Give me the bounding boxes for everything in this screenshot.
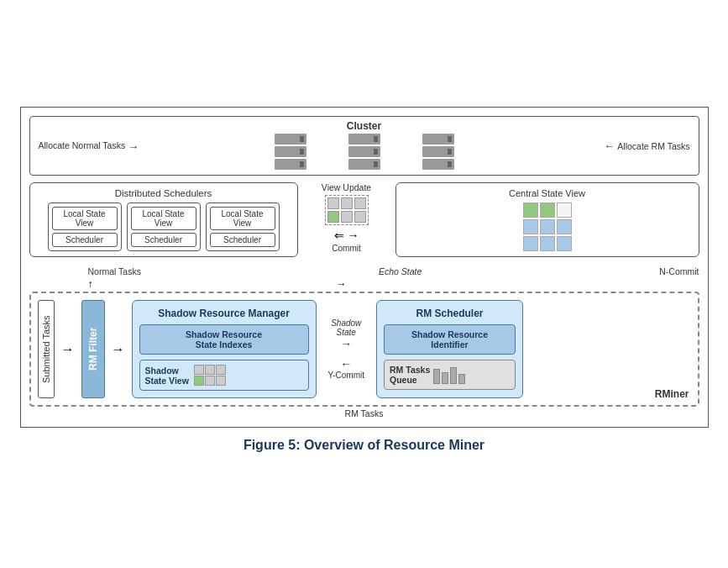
cgrid-cell: [523, 202, 538, 218]
y-commit-label: Y-Commit: [328, 371, 365, 380]
scheduler-2: Scheduler: [131, 233, 196, 247]
srm-title: Shadow Resource Manager: [139, 308, 309, 319]
rminer-label: RMiner: [655, 388, 689, 400]
shadow-state-label2: State: [337, 328, 356, 337]
rmtq-box: RM TasksQueue: [384, 360, 516, 390]
central-state-grid: [523, 202, 572, 251]
scheduler-box-1: Local StateView Scheduler: [48, 202, 122, 251]
queue-bar: [450, 367, 457, 384]
server-group-1: [275, 134, 306, 170]
queue-bar: [442, 372, 448, 384]
ssv-cell: [216, 365, 226, 375]
page-container: Allocate Normal Tasks → Cluster: [0, 98, 728, 470]
shadow-state-label: Shadow: [331, 318, 361, 328]
server-block: [348, 134, 380, 145]
grid-cell-green: [327, 211, 339, 223]
queue-bar: [433, 369, 440, 384]
queue-bars: [433, 366, 465, 384]
server-block: [275, 159, 306, 170]
scheduler-items: Local StateView Scheduler Local StateVie…: [35, 202, 292, 251]
cgrid-cell: [557, 236, 572, 251]
alloc-normal-label: Allocate Normal Tasks →: [39, 139, 139, 152]
figure-caption: Figure 5: Overview of Resource Miner: [17, 438, 711, 453]
ssv-cell: [194, 365, 204, 375]
central-state-box: Central State View: [395, 182, 699, 257]
grid-cell: [354, 211, 366, 223]
ssv-cell: [205, 365, 215, 375]
right-arrow-icon: →: [61, 342, 75, 357]
rmtq-label: RM TasksQueue: [390, 365, 430, 385]
right-arrow: →: [348, 229, 359, 242]
dist-schedulers-label: Distributed Schedulers: [35, 188, 292, 198]
y-commit-arrow: ← Y-Commit: [328, 357, 365, 380]
rm-filter-label: RM Filter: [87, 328, 99, 371]
middle-section: Distributed Schedulers Local StateView S…: [29, 182, 699, 257]
right-arrow-icon2: →: [112, 342, 125, 357]
echo-state-label: Echo State: [379, 266, 422, 276]
server-group-2: [348, 134, 380, 170]
flow-arrows-row: Normal Tasks Echo State N-Commit: [29, 264, 699, 278]
ssv-box: ShadowState View: [139, 360, 309, 391]
rms-box: RM Scheduler Shadow ResourceIdentifier R…: [376, 300, 523, 398]
ssv-cell: [216, 376, 226, 386]
alloc-normal-arrow: →: [128, 139, 139, 152]
middle-arrows-col: Shadow State → ← Y-Commit: [323, 300, 370, 398]
diagram: Allocate Normal Tasks → Cluster: [20, 107, 709, 428]
arrows-wrapper: ⇐ →: [334, 229, 359, 242]
scheduler-box-3: Local StateView Scheduler: [206, 202, 280, 251]
shadow-state-arrow: Shadow State →: [331, 318, 361, 350]
server-block: [422, 134, 454, 145]
server-block: [422, 159, 454, 170]
lsv-1: Local StateView: [52, 207, 118, 230]
cgrid-cell: [557, 202, 572, 218]
left-arrow: ⇐: [334, 229, 344, 242]
server-block: [348, 146, 380, 157]
submitted-tasks-label: Submitted Tasks: [41, 315, 51, 383]
central-state-label: Central State View: [509, 188, 585, 198]
grid-cell: [354, 197, 366, 209]
top-arrows-indicators: ↑ →: [29, 278, 699, 292]
rm-tasks-row: RM Tasks: [29, 407, 699, 418]
n-commit-label: N-Commit: [659, 266, 699, 276]
lsv-2: Local StateView: [131, 207, 196, 230]
grid-cell: [341, 197, 353, 209]
submitted-tasks-box: Submitted Tasks: [38, 300, 55, 398]
server-block: [422, 146, 454, 157]
alloc-rm-label: ← Allocate RM Tasks: [604, 139, 689, 153]
cluster-section: Allocate Normal Tasks → Cluster: [29, 116, 699, 176]
rms-title: RM Scheduler: [384, 308, 516, 319]
scheduler-1: Scheduler: [52, 233, 118, 247]
ssv-cell: [205, 376, 215, 386]
server-block: [275, 134, 306, 145]
scheduler-3: Scheduler: [210, 233, 275, 247]
right-arrow-shadow: →: [340, 337, 352, 350]
commit-label: Commit: [332, 244, 360, 253]
cgrid-cell: [523, 219, 538, 234]
normal-tasks-label: Normal Tasks: [88, 266, 141, 276]
grid-cell: [341, 211, 353, 223]
sri-box: Shadow ResourceIdentifier: [384, 324, 516, 355]
cgrid-cell: [540, 219, 555, 234]
srm-box: Shadow Resource Manager Shadow ResourceS…: [132, 300, 317, 398]
srsi-box: Shadow ResourceState Indexes: [139, 324, 309, 355]
lsv-3: Local StateView: [210, 207, 275, 230]
rm-filter-box: RM Filter: [81, 300, 105, 398]
cgrid-cell: [557, 219, 572, 234]
ssv-grid: [194, 365, 226, 386]
view-update-grid: [327, 197, 366, 223]
cgrid-cell: [540, 202, 555, 218]
view-update-area: View Update ⇐ → Commit: [305, 182, 389, 257]
server-block: [348, 159, 380, 170]
scheduler-box-2: Local StateView Scheduler: [127, 202, 201, 251]
view-update-grid-wrapper: [325, 195, 369, 225]
view-update-label: View Update: [322, 182, 371, 192]
rminer-outer: RMiner Submitted Tasks → RM Filter → Sha…: [29, 292, 699, 407]
grid-cell: [327, 197, 339, 209]
filter-to-srm-arrow: →: [112, 300, 125, 398]
rm-tasks-label: RM Tasks: [345, 408, 384, 418]
server-block: [275, 146, 306, 157]
cgrid-cell: [523, 236, 538, 251]
server-group-3: [422, 134, 454, 170]
ssv-cell-green: [194, 376, 204, 386]
up-arrow-normal: ↑: [88, 278, 93, 290]
